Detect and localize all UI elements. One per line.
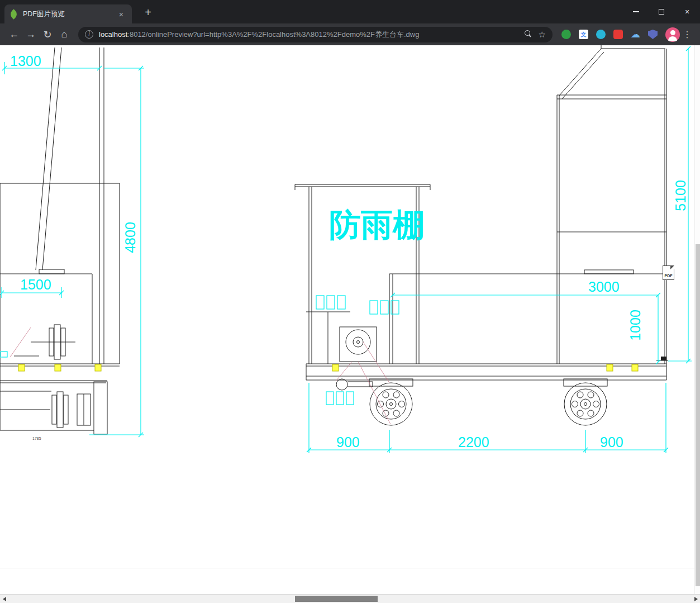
dim-900-right-label: 900 <box>600 434 623 450</box>
pdf-file-icon[interactable]: PDF <box>663 265 674 280</box>
close-button[interactable]: × <box>674 0 700 23</box>
right-frame-block <box>661 357 666 360</box>
new-tab-button[interactable]: + <box>141 7 155 18</box>
url-host: localhost <box>99 30 127 39</box>
zoom-icon[interactable] <box>524 30 532 39</box>
minimize-icon <box>633 11 639 12</box>
horizontal-scrollbar-thumb[interactable] <box>295 596 378 602</box>
dim-5100-label: 5100 <box>673 180 688 211</box>
site-info-icon[interactable]: i <box>85 30 93 39</box>
vertical-scrollbar[interactable] <box>694 45 700 594</box>
dim-900-left-label: 900 <box>336 434 360 450</box>
url-text[interactable]: localhost:8012/onlinePreview?url=http%3A… <box>99 30 517 40</box>
horizontal-scrollbar[interactable] <box>0 594 700 603</box>
maximize-icon <box>659 9 664 15</box>
browser-tab[interactable]: PDF图片预览 × <box>4 4 132 23</box>
dim-1000-label: 1000 <box>627 310 643 341</box>
magnifier-icon <box>524 30 532 37</box>
browser-toolbar: ← → ↻ ⌂ i localhost:8012/onlinePreview?u… <box>0 23 700 45</box>
vertical-scrollbar-thumb[interactable] <box>696 244 700 586</box>
maximize-button[interactable] <box>649 0 674 23</box>
pdf-fold-corner <box>670 265 674 269</box>
dim-3000-label: 3000 <box>588 279 620 295</box>
pdf-badge-text: PDF <box>665 274 673 279</box>
tab-title: PDF图片预览 <box>23 10 116 19</box>
spring-boot-leaf-icon <box>8 9 18 19</box>
extension-green-icon[interactable] <box>561 30 571 39</box>
extensions-row: 文 ☁ <box>561 30 658 39</box>
url-path: :8012/onlinePreview?url=http%3A%2F%2Floc… <box>127 30 419 39</box>
rear-wheel <box>564 383 607 425</box>
reload-button[interactable]: ↻ <box>39 29 56 41</box>
back-button[interactable]: ← <box>6 29 22 40</box>
bookmark-star-icon[interactable]: ☆ <box>539 30 546 40</box>
home-button[interactable]: ⌂ <box>56 29 73 40</box>
front-wheel <box>370 383 412 425</box>
avatar-head <box>670 30 675 35</box>
pdf-page-divider <box>0 568 694 568</box>
avatar-body <box>668 36 677 41</box>
forward-button[interactable]: → <box>22 29 39 40</box>
scroll-left-arrow-icon[interactable] <box>3 597 6 601</box>
minimize-button[interactable] <box>623 0 649 23</box>
scroll-right-arrow-icon[interactable] <box>694 597 698 601</box>
browser-window: PDF图片预览 × + × ← → ↻ ⌂ i localhost:8012/o… <box>0 0 700 603</box>
window-controls: × <box>623 0 700 23</box>
dwg-preview-content: 1300 4800 1500 5100 3000 1000 900 2200 9… <box>0 45 694 594</box>
dim-1300-label: 1300 <box>10 53 41 69</box>
extension-red-icon[interactable] <box>613 30 623 39</box>
cad-drawing: 1300 4800 1500 5100 3000 1000 900 2200 9… <box>0 45 694 594</box>
dim-4800-label: 4800 <box>122 222 138 253</box>
tab-close-icon[interactable]: × <box>116 10 126 19</box>
translate-extension-icon[interactable]: 文 <box>579 30 588 39</box>
profile-avatar[interactable] <box>665 27 680 42</box>
shield-extension-icon[interactable] <box>648 30 658 39</box>
rain-shelter-label: 防雨棚 <box>329 207 425 243</box>
browser-menu-icon[interactable]: ⋮ <box>680 29 694 40</box>
dim-1500-label: 1500 <box>20 277 51 292</box>
extension-blue-circle-icon[interactable] <box>596 30 606 39</box>
dim-small-label: 1785 <box>32 436 41 440</box>
address-bar[interactable]: i localhost:8012/onlinePreview?url=http%… <box>78 27 553 42</box>
cloud-extension-icon[interactable]: ☁ <box>631 30 640 39</box>
dim-2200-label: 2200 <box>458 434 489 450</box>
highlight-pads <box>18 364 638 371</box>
titlebar: PDF图片预览 × + × <box>0 0 700 23</box>
dimension-labels: 1300 4800 1500 5100 3000 1000 900 2200 9… <box>10 53 688 450</box>
